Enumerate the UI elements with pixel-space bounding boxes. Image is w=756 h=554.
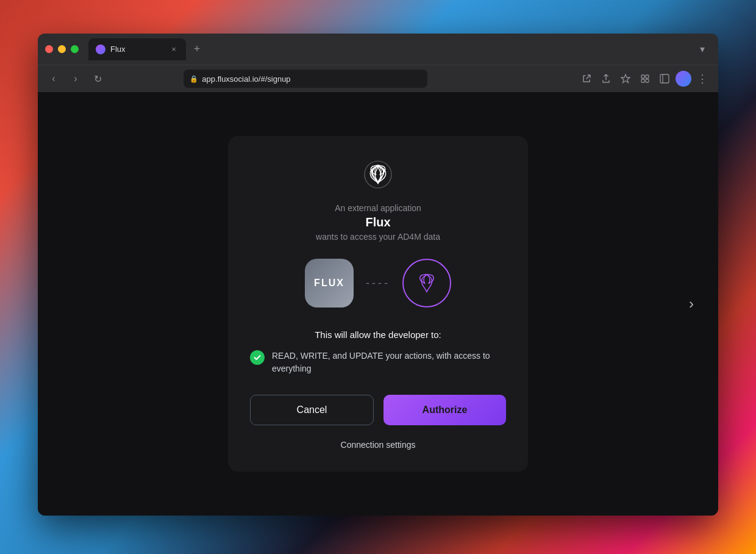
close-traffic-light[interactable] — [45, 45, 53, 53]
svg-rect-2 — [646, 75, 649, 78]
svg-rect-4 — [646, 79, 649, 82]
flux-logo-box: FLUX — [305, 259, 354, 308]
share-button[interactable] — [597, 70, 615, 87]
permission-item: READ, WRITE, and UPDATE your actions, wi… — [250, 350, 506, 375]
address-bar: ‹ › ↻ 🔒 app.fluxsocial.io/#/signup — [38, 65, 718, 92]
traffic-lights — [45, 45, 79, 53]
page-content: › An external application Flux — [38, 92, 718, 516]
app-name-text: Flux — [365, 215, 390, 229]
subtitle-text: An external application — [335, 203, 421, 213]
svg-marker-0 — [621, 74, 630, 83]
new-tab-button[interactable]: + — [188, 41, 205, 58]
triquetra-logo — [364, 160, 392, 189]
buttons-row: Cancel Authorize — [250, 395, 506, 425]
menu-button[interactable]: ⋮ — [694, 70, 711, 87]
description-text: wants to access your AD4M data — [316, 232, 440, 242]
svg-rect-5 — [660, 74, 669, 83]
tab-dropdown-button[interactable]: ▾ — [694, 41, 711, 58]
flux-logo-text: FLUX — [314, 278, 344, 289]
forward-button[interactable]: › — [67, 70, 84, 87]
address-input[interactable]: 🔒 app.fluxsocial.io/#/signup — [184, 70, 427, 88]
cancel-button[interactable]: Cancel — [250, 395, 374, 425]
connection-dashes: ---- — [366, 277, 390, 290]
fullscreen-traffic-light[interactable] — [71, 45, 79, 53]
browser-window: Flux × + ▾ ‹ › ↻ 🔒 app.fluxsocial.io/#/s… — [38, 34, 718, 516]
minimize-traffic-light[interactable] — [58, 45, 66, 53]
toolbar-actions: ⋮ — [578, 70, 711, 87]
permission-text: READ, WRITE, and UPDATE your actions, wi… — [272, 350, 506, 375]
sidebar-button[interactable] — [656, 70, 673, 87]
profile-avatar[interactable] — [676, 71, 691, 87]
bookmark-button[interactable] — [617, 70, 634, 87]
tab-bar: Flux × + ▾ — [88, 38, 711, 60]
connection-settings-link[interactable]: Connection settings — [341, 440, 416, 450]
connection-graphic: FLUX ---- — [250, 259, 506, 308]
permissions-section: This will allow the developer to: READ, … — [250, 329, 506, 375]
external-link-button[interactable] — [578, 70, 595, 87]
tab-close-button[interactable]: × — [169, 45, 179, 54]
reload-button[interactable]: ↻ — [89, 70, 106, 87]
extensions-button[interactable] — [637, 70, 654, 87]
authorize-button[interactable]: Authorize — [383, 395, 506, 425]
right-arrow-button[interactable]: › — [689, 295, 694, 312]
url-text: app.fluxsocial.io/#/signup — [202, 74, 290, 84]
tab-favicon — [96, 45, 105, 54]
svg-rect-1 — [641, 75, 644, 78]
active-tab[interactable]: Flux × — [88, 38, 186, 60]
svg-rect-3 — [641, 79, 644, 82]
permissions-title: This will allow the developer to: — [250, 329, 506, 340]
tab-title: Flux — [110, 45, 164, 54]
auth-card: An external application Flux wants to ac… — [228, 136, 528, 472]
permission-check-icon — [250, 350, 265, 365]
ad4m-logo-circle — [402, 259, 451, 308]
lock-icon: 🔒 — [190, 75, 198, 83]
back-button[interactable]: ‹ — [45, 70, 62, 87]
title-bar: Flux × + ▾ — [38, 34, 718, 65]
ad4m-triquetra-icon — [413, 270, 440, 297]
logo-wrap — [364, 160, 392, 191]
